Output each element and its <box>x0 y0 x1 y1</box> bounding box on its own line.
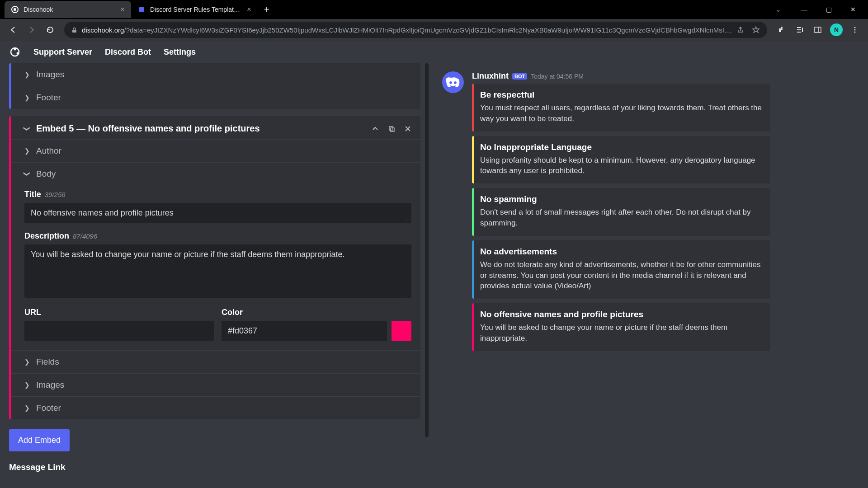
embed-title: No spamming <box>480 194 762 204</box>
chevron-down-icon[interactable]: ⌄ <box>775 5 781 14</box>
color-swatch[interactable] <box>392 321 411 341</box>
lock-icon <box>71 27 77 33</box>
message-link-label: Message Link <box>9 462 420 472</box>
collapse-icon[interactable] <box>372 125 379 132</box>
preview-embed: No spamming Don't send a lot of small me… <box>472 188 770 236</box>
preview-embed: No Inappropriate Language Using profanit… <box>472 136 770 184</box>
chevron-right-icon: ❯ <box>24 71 30 78</box>
description-input[interactable] <box>24 244 411 298</box>
close-icon[interactable]: × <box>247 5 251 14</box>
browser-chrome: Discohook × Discord Server Rules Templat… <box>0 0 868 41</box>
discohook-favicon-icon <box>11 5 19 14</box>
browser-tab-active[interactable]: Discohook × <box>5 1 131 18</box>
title-label: Title <box>24 190 41 199</box>
chevron-right-icon: ❯ <box>24 147 30 155</box>
embed-title: Be respectful <box>480 90 762 100</box>
embed-desc: We do not tolerate any kind of advertise… <box>480 259 762 291</box>
embed-header-title: Embed 5 — No offensive names and profile… <box>36 123 372 134</box>
preview-panel: Linuxhint BOT Today at 04:56 PM Be respe… <box>429 63 868 488</box>
svg-point-1 <box>14 8 16 11</box>
body-section: ❯ Body Title 39/256 .: Description <box>9 163 420 350</box>
side-panel-icon[interactable] <box>810 22 826 38</box>
duplicate-icon[interactable] <box>388 125 395 132</box>
chevron-down-icon: ❯ <box>24 171 31 177</box>
back-button[interactable] <box>5 22 21 38</box>
preview-timestamp: Today at 04:56 PM <box>531 73 584 80</box>
reading-list-icon[interactable] <box>792 22 807 38</box>
url-color-row: URL Color <box>24 308 411 341</box>
close-icon[interactable]: × <box>120 5 125 14</box>
preview-content: Linuxhint BOT Today at 04:56 PM Be respe… <box>472 71 855 356</box>
chevron-right-icon: ❯ <box>24 94 30 101</box>
color-input[interactable] <box>222 321 387 341</box>
body-toggle[interactable]: ❯ Body <box>24 163 411 185</box>
discohook-logo-icon[interactable] <box>9 46 21 58</box>
svg-rect-13 <box>391 128 394 131</box>
tab-bar: Discohook × Discord Server Rules Templat… <box>0 0 868 19</box>
new-tab-button[interactable]: + <box>258 5 276 15</box>
preview-header: Linuxhint BOT Today at 04:56 PM <box>472 71 855 81</box>
extensions-icon[interactable] <box>774 22 789 38</box>
nav-settings[interactable]: Settings <box>164 47 196 57</box>
discord-favicon-icon <box>137 5 146 14</box>
menu-icon[interactable] <box>847 22 863 38</box>
chevron-right-icon: ❯ <box>24 381 30 389</box>
description-field-group: Description 87/4096 .: <box>24 231 411 300</box>
discord-avatar-icon <box>442 71 464 93</box>
browser-tab[interactable]: Discord Server Rules Template | D × <box>131 1 258 18</box>
embed-desc: Don't send a lot of small messages right… <box>480 207 762 229</box>
url-input[interactable] <box>24 321 214 341</box>
maximize-button[interactable]: ▢ <box>818 2 839 17</box>
section-author[interactable]: ❯ Author <box>9 139 420 163</box>
title-input[interactable] <box>24 203 411 223</box>
section-footer[interactable]: ❯ Footer <box>9 86 420 109</box>
description-count: 87/4096 <box>73 232 97 240</box>
chevron-down-icon[interactable]: ❯ <box>24 126 31 131</box>
reload-button[interactable] <box>42 22 58 38</box>
app-header: Support Server Discord Bot Settings <box>0 41 868 63</box>
tab-title: Discord Server Rules Template | D <box>150 6 242 13</box>
embed-header-actions <box>372 125 411 132</box>
section-images[interactable]: ❯ Images <box>9 63 420 86</box>
embed-desc: Using profanity should be kept to a mini… <box>480 155 762 177</box>
section-footer[interactable]: ❯ Footer <box>9 397 420 419</box>
url-label: URL <box>24 308 41 317</box>
close-window-button[interactable]: ✕ <box>843 2 863 17</box>
bot-badge: BOT <box>512 73 527 80</box>
editor-panel: ❯ Images ❯ Footer ❯ Embed 5 — No offensi… <box>0 63 429 488</box>
preview-embed: No offensive names and profile pictures … <box>472 303 770 351</box>
delete-icon[interactable] <box>404 125 411 132</box>
svg-point-11 <box>17 52 19 55</box>
embed-desc: You will be asked to change your name or… <box>480 322 762 344</box>
embed-title: No advertisements <box>480 247 762 257</box>
window-controls: ⌄ — ▢ ✕ <box>775 2 868 17</box>
preview-username: Linuxhint <box>472 71 509 81</box>
chevron-right-icon: ❯ <box>24 358 30 366</box>
nav-discord-bot[interactable]: Discord Bot <box>105 47 151 57</box>
add-embed-button[interactable]: Add Embed <box>9 429 70 451</box>
section-fields[interactable]: ❯ Fields <box>9 350 420 374</box>
color-label: Color <box>222 308 243 317</box>
chevron-right-icon: ❯ <box>24 404 30 412</box>
embed-block-5: ❯ Embed 5 — No offensive names and profi… <box>9 116 420 419</box>
svg-point-7 <box>854 29 855 31</box>
share-icon[interactable] <box>736 26 745 34</box>
tab-title: Discohook <box>24 6 116 13</box>
address-bar[interactable]: discohook.org/?data=eyJtZXNzYWdlcyI6W3si… <box>64 22 767 38</box>
embed-header: ❯ Embed 5 — No offensive names and profi… <box>9 116 420 139</box>
preview-embed: Be respectful You must respect all users… <box>472 84 770 131</box>
section-images[interactable]: ❯ Images <box>9 374 420 397</box>
minimize-button[interactable]: — <box>794 2 815 17</box>
star-icon[interactable] <box>752 26 760 34</box>
svg-point-8 <box>854 32 855 33</box>
forward-button[interactable] <box>24 22 40 38</box>
profile-avatar[interactable]: N <box>829 22 844 38</box>
scrollbar[interactable] <box>425 63 429 437</box>
address-bar-row: discohook.org/?data=eyJtZXNzYWdlcyI6W3si… <box>0 19 868 41</box>
svg-rect-12 <box>389 127 393 130</box>
preview-message: Linuxhint BOT Today at 04:56 PM Be respe… <box>442 71 855 356</box>
embed-title: No Inappropriate Language <box>480 142 762 152</box>
nav-support-server[interactable]: Support Server <box>33 47 92 57</box>
url-text: discohook.org/?data=eyJtZXNzYWdlcyI6W3si… <box>82 26 732 34</box>
description-label: Description <box>24 231 69 241</box>
